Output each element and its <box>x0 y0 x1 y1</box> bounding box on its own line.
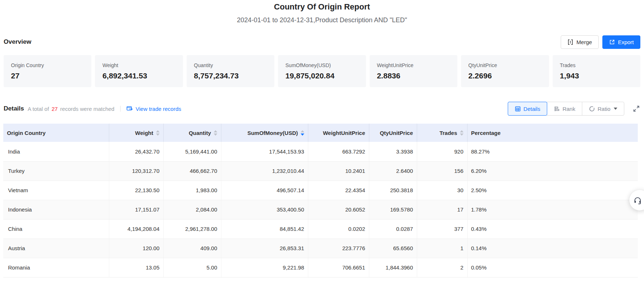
cell-weightunitprice: 223.7776 <box>308 239 369 258</box>
bar-rank-icon <box>554 106 560 112</box>
stat-card-weight: Weight6,892,341.53 <box>95 55 183 87</box>
stat-card-origin-country: Origin Country27 <box>4 55 91 87</box>
export-icon <box>609 39 615 45</box>
cell-trades: 1 <box>417 239 467 258</box>
cell-qtyunitprice: 3.3938 <box>369 142 417 161</box>
cell-qtyunitprice: 169.5780 <box>369 200 417 219</box>
cell-origin-country: Romania <box>3 258 109 277</box>
chevron-down-icon <box>614 108 617 110</box>
tab-ratio[interactable]: Ratio <box>582 102 624 116</box>
tab-rank[interactable]: Rank <box>547 102 582 116</box>
cell-percentage: 0.43% <box>467 219 638 239</box>
cell-weight: 120.00 <box>109 239 163 258</box>
column-header-percentage: Percentage <box>467 124 638 142</box>
overview-stat-cards: Origin Country27Weight6,892,341.53Quanti… <box>4 55 640 87</box>
column-header-label: Percentage <box>471 130 501 136</box>
stat-card-value: 1,943 <box>560 71 633 80</box>
sort-control[interactable] <box>214 130 217 136</box>
sort-asc-caret-icon <box>156 130 160 132</box>
stat-card-label: QtyUnitPrice <box>468 62 541 68</box>
sort-control[interactable] <box>460 130 464 136</box>
cell-percentage: 1.78% <box>467 200 638 219</box>
page-title: Country Of Origin Report <box>0 2 644 12</box>
view-mode-segmented-control: Details Rank Ratio <box>508 102 624 116</box>
sort-control[interactable] <box>301 130 304 136</box>
table-row-india: India26,432.705,169,441.0017,544,153.936… <box>3 142 638 161</box>
origin-country-table: Origin CountryWeightQuantitySumOfMoney(U… <box>3 124 638 278</box>
column-header-weightunitprice: WeightUnitPrice <box>308 124 369 142</box>
table-row-indonesia: Indonesia17,151.072,084.00353,400.5020.6… <box>3 200 638 219</box>
details-summary: Details A total of 27 records were match… <box>4 105 181 112</box>
cell-origin-country: Indonesia <box>3 200 109 219</box>
column-header-label: WeightUnitPrice <box>323 130 365 136</box>
column-header-trades[interactable]: Trades <box>417 124 467 142</box>
table-row-china: China4,194,208.042,961,278.0084,851.420.… <box>3 219 638 239</box>
cell-weightunitprice: 22.4354 <box>308 181 369 200</box>
cell-quantity: 2,084.00 <box>163 200 221 219</box>
cell-percentage: 0.05% <box>467 258 638 277</box>
cell-weight: 13.05 <box>109 258 163 277</box>
column-header-label: Quantity <box>189 130 211 136</box>
sort-asc-caret-icon <box>214 130 217 132</box>
sort-desc-caret-icon <box>301 133 304 136</box>
cell-percentage: 2.50% <box>467 181 638 200</box>
table-grid-icon <box>515 106 521 112</box>
overview-section-title: Overview <box>4 38 31 46</box>
sort-asc-caret-icon <box>460 130 464 132</box>
cell-trades: 30 <box>417 181 467 200</box>
view-switcher: Details Rank Ratio <box>508 102 640 116</box>
stat-card-label: SumOfMoney(USD) <box>285 62 358 68</box>
matched-suffix-text: records were matched <box>60 106 114 112</box>
stat-card-sumofmoney-usd: SumOfMoney(USD)19,875,020.84 <box>278 55 366 87</box>
cell-quantity: 466,662.70 <box>163 161 221 181</box>
ratio-circle-icon <box>589 106 595 112</box>
column-header-label: Origin Country <box>7 130 46 136</box>
column-header-weight[interactable]: Weight <box>109 124 163 142</box>
tab-details-label: Details <box>523 106 540 112</box>
sort-desc-caret-icon <box>214 133 217 136</box>
column-header-sumofmoney-usd[interactable]: SumOfMoney(USD) <box>221 124 308 142</box>
cell-quantity: 5,169,441.00 <box>163 142 221 161</box>
sort-control[interactable] <box>156 130 160 136</box>
stat-card-value: 27 <box>11 71 84 80</box>
cell-trades: 2 <box>417 258 467 277</box>
cell-sumofmoney-usd: 353,400.50 <box>221 200 308 219</box>
matched-prefix-text: A total of <box>28 106 49 112</box>
cell-trades: 17 <box>417 200 467 219</box>
stat-card-label: WeightUnitPrice <box>377 62 450 68</box>
merge-cells-icon <box>567 39 573 45</box>
cell-origin-country: Vietnam <box>3 181 109 200</box>
cell-weightunitprice: 10.2401 <box>308 161 369 181</box>
merge-button[interactable]: Merge <box>561 35 599 49</box>
cell-sumofmoney-usd: 26,853.31 <box>221 239 308 258</box>
vertical-divider <box>120 106 121 112</box>
sort-desc-caret-icon <box>460 133 464 136</box>
overview-actions: Merge Export <box>561 35 640 49</box>
sort-desc-caret-icon <box>156 133 160 136</box>
report-subtitle: 2024-01-01 to 2024-12-31,Product Descrip… <box>0 16 644 24</box>
cell-origin-country: India <box>3 142 109 161</box>
column-header-quantity[interactable]: Quantity <box>163 124 221 142</box>
column-header-label: Trades <box>439 130 457 136</box>
tab-rank-label: Rank <box>563 106 575 112</box>
cell-sumofmoney-usd: 496,507.14 <box>221 181 308 200</box>
headset-icon <box>633 196 642 205</box>
column-header-qtyunitprice: QtyUnitPrice <box>369 124 417 142</box>
cell-qtyunitprice: 1,844.3960 <box>369 258 417 277</box>
stat-card-weightunitprice: WeightUnitPrice2.8836 <box>370 55 457 87</box>
column-header-label: SumOfMoney(USD) <box>247 130 298 136</box>
tab-ratio-label: Ratio <box>598 106 610 112</box>
cell-sumofmoney-usd: 9,221.98 <box>221 258 308 277</box>
cell-origin-country: China <box>3 219 109 239</box>
stat-card-quantity: Quantity8,757,234.73 <box>187 55 274 87</box>
export-button[interactable]: Export <box>602 35 640 49</box>
view-trade-records-link[interactable]: View trade records <box>126 106 181 112</box>
fullscreen-icon[interactable] <box>632 105 640 113</box>
cell-qtyunitprice: 2.6400 <box>369 161 417 181</box>
details-section-title: Details <box>4 105 24 112</box>
column-header-label: Weight <box>135 130 153 136</box>
cell-trades: 920 <box>417 142 467 161</box>
cell-weight: 17,151.07 <box>109 200 163 219</box>
stat-card-trades: Trades1,943 <box>553 55 640 87</box>
tab-details[interactable]: Details <box>508 102 547 116</box>
